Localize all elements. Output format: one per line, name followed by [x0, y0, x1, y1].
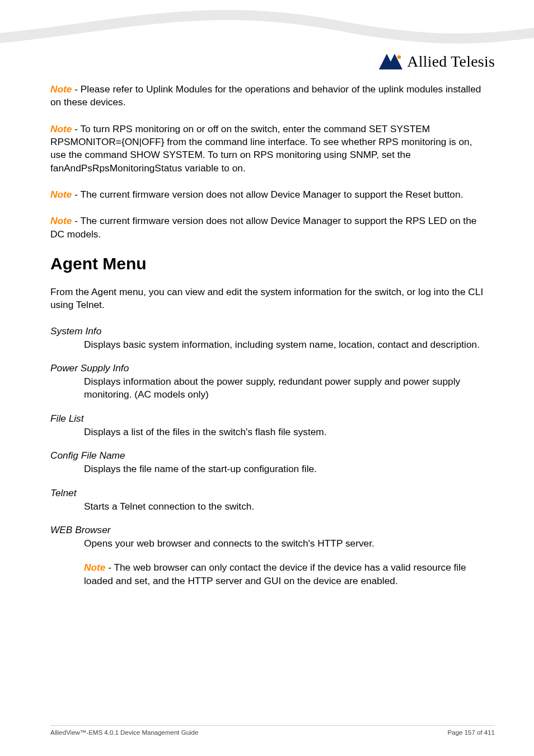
- note-rps-led: Note - The current firmware version does…: [50, 214, 487, 241]
- footer-row: AlliedView™-EMS 4.0.1 Device Management …: [50, 729, 495, 736]
- note-label: Note: [50, 189, 72, 200]
- defn-web-browser-text: Opens your web browser and connects to t…: [84, 537, 487, 550]
- footer-rule: [50, 725, 495, 726]
- note-text: - The web browser can only contact the d…: [84, 562, 466, 586]
- svg-point-2: [397, 55, 401, 59]
- brand-triangle-icon: [379, 54, 402, 69]
- note-label: Note: [50, 83, 72, 95]
- note-label: Note: [50, 215, 72, 226]
- term-system-info: System Info: [50, 325, 487, 337]
- note-text: - To turn RPS monitoring on or off on th…: [50, 123, 472, 174]
- term-config-file-name: Config File Name: [50, 450, 487, 461]
- note-label: Note: [50, 123, 72, 134]
- intro-paragraph: From the Agent menu, you can view and ed…: [50, 286, 487, 312]
- brand-logo: Allied Telesis: [379, 53, 495, 71]
- section-heading-agent-menu: Agent Menu: [50, 254, 487, 273]
- defn-config-file-name: Displays the file name of the start-up c…: [84, 463, 487, 475]
- footer-page-number: Page 157 of 411: [448, 729, 495, 736]
- page-footer: AlliedView™-EMS 4.0.1 Device Management …: [50, 725, 495, 736]
- note-reset-button: Note - The current firmware version does…: [50, 188, 487, 201]
- note-text: - The current firmware version does not …: [72, 189, 463, 200]
- note-web-browser: Note - The web browser can only contact …: [84, 561, 487, 587]
- note-rps-monitoring: Note - To turn RPS monitoring on or off …: [50, 123, 487, 175]
- page: Allied Telesis Note - Please refer to Up…: [0, 0, 534, 756]
- defn-file-list: Displays a list of the files in the swit…: [84, 426, 487, 438]
- defn-web-browser: Opens your web browser and connects to t…: [84, 537, 487, 587]
- note-text: - The current firmware version does not …: [50, 215, 476, 239]
- content: Note - Please refer to Uplink Modules fo…: [50, 83, 487, 599]
- defn-power-supply-info: Displays information about the power sup…: [84, 375, 487, 402]
- term-file-list: File List: [50, 413, 487, 424]
- note-label: Note: [84, 562, 105, 573]
- defn-system-info: Displays basic system information, inclu…: [84, 338, 487, 351]
- note-text: - Please refer to Uplink Modules for the…: [50, 83, 481, 108]
- footer-guide-title: AlliedView™-EMS 4.0.1 Device Management …: [50, 729, 198, 736]
- brand-name: Allied Telesis: [407, 53, 495, 71]
- term-web-browser: WEB Browser: [50, 524, 487, 536]
- note-uplink-modules: Note - Please refer to Uplink Modules fo…: [50, 83, 487, 109]
- term-telnet: Telnet: [50, 487, 487, 499]
- term-power-supply-info: Power Supply Info: [50, 362, 487, 374]
- defn-telnet: Starts a Telnet connection to the switch…: [84, 500, 487, 513]
